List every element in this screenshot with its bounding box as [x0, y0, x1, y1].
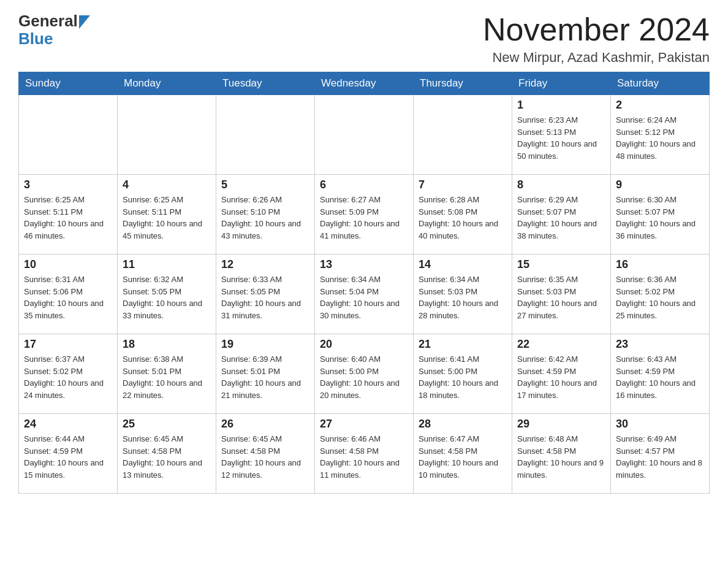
logo: General Blue [18, 12, 93, 47]
calendar-cell: 7Sunrise: 6:28 AM Sunset: 5:08 PM Daylig… [414, 175, 512, 255]
calendar-cell: 19Sunrise: 6:39 AM Sunset: 5:01 PM Dayli… [216, 334, 315, 414]
day-info: Sunrise: 6:34 AM Sunset: 5:03 PM Dayligh… [419, 274, 507, 321]
weekday-header-thursday: Thursday [414, 72, 512, 95]
day-info: Sunrise: 6:28 AM Sunset: 5:08 PM Dayligh… [419, 194, 507, 242]
day-number: 13 [320, 258, 408, 271]
calendar-cell: 2Sunrise: 6:24 AM Sunset: 5:12 PM Daylig… [611, 95, 710, 175]
day-number: 30 [616, 418, 704, 431]
day-number: 24 [24, 418, 112, 431]
weekday-header-tuesday: Tuesday [216, 72, 315, 95]
day-number: 22 [517, 338, 605, 351]
day-info: Sunrise: 6:45 AM Sunset: 4:58 PM Dayligh… [123, 433, 211, 481]
day-number: 29 [517, 418, 605, 431]
day-info: Sunrise: 6:24 AM Sunset: 5:12 PM Dayligh… [616, 114, 704, 162]
calendar-cell: 23Sunrise: 6:43 AM Sunset: 4:59 PM Dayli… [611, 334, 710, 414]
day-info: Sunrise: 6:45 AM Sunset: 4:58 PM Dayligh… [221, 433, 309, 481]
day-info: Sunrise: 6:44 AM Sunset: 4:59 PM Dayligh… [24, 433, 112, 481]
day-info: Sunrise: 6:35 AM Sunset: 5:03 PM Dayligh… [517, 274, 605, 321]
calendar-cell: 17Sunrise: 6:37 AM Sunset: 5:02 PM Dayli… [19, 334, 118, 414]
calendar-week-row: 1Sunrise: 6:23 AM Sunset: 5:13 PM Daylig… [19, 95, 710, 175]
calendar-cell: 29Sunrise: 6:48 AM Sunset: 4:58 PM Dayli… [512, 414, 611, 494]
title-section: November 2024 New Mirpur, Azad Kashmir, … [483, 12, 710, 66]
logo-general-text: General [18, 12, 78, 30]
day-number: 9 [616, 178, 704, 191]
calendar-cell: 1Sunrise: 6:23 AM Sunset: 5:13 PM Daylig… [512, 95, 611, 175]
day-info: Sunrise: 6:25 AM Sunset: 5:11 PM Dayligh… [123, 194, 211, 242]
day-number: 28 [419, 418, 507, 431]
location-title: New Mirpur, Azad Kashmir, Pakistan [483, 50, 710, 66]
weekday-header-wednesday: Wednesday [315, 72, 414, 95]
calendar-week-row: 24Sunrise: 6:44 AM Sunset: 4:59 PM Dayli… [19, 414, 710, 494]
day-number: 16 [616, 258, 704, 271]
day-info: Sunrise: 6:25 AM Sunset: 5:11 PM Dayligh… [24, 194, 112, 242]
weekday-header-row: SundayMondayTuesdayWednesdayThursdayFrid… [19, 72, 710, 95]
logo-triangle-icon [79, 13, 93, 29]
calendar-cell: 12Sunrise: 6:33 AM Sunset: 5:05 PM Dayli… [216, 255, 315, 334]
weekday-header-monday: Monday [118, 72, 216, 95]
day-info: Sunrise: 6:36 AM Sunset: 5:02 PM Dayligh… [616, 274, 704, 321]
calendar-cell: 28Sunrise: 6:47 AM Sunset: 4:58 PM Dayli… [414, 414, 512, 494]
day-info: Sunrise: 6:48 AM Sunset: 4:58 PM Dayligh… [517, 433, 605, 481]
calendar-cell: 11Sunrise: 6:32 AM Sunset: 5:05 PM Dayli… [118, 255, 216, 334]
day-info: Sunrise: 6:32 AM Sunset: 5:05 PM Dayligh… [123, 274, 211, 321]
day-number: 7 [419, 178, 507, 191]
calendar-cell: 16Sunrise: 6:36 AM Sunset: 5:02 PM Dayli… [611, 255, 710, 334]
day-number: 15 [517, 258, 605, 271]
day-info: Sunrise: 6:47 AM Sunset: 4:58 PM Dayligh… [419, 433, 507, 481]
day-number: 3 [24, 178, 112, 191]
calendar-week-row: 3Sunrise: 6:25 AM Sunset: 5:11 PM Daylig… [19, 175, 710, 255]
calendar-cell: 8Sunrise: 6:29 AM Sunset: 5:07 PM Daylig… [512, 175, 611, 255]
day-info: Sunrise: 6:27 AM Sunset: 5:09 PM Dayligh… [320, 194, 408, 242]
day-number: 12 [221, 258, 309, 271]
day-info: Sunrise: 6:34 AM Sunset: 5:04 PM Dayligh… [320, 274, 408, 321]
calendar-cell: 13Sunrise: 6:34 AM Sunset: 5:04 PM Dayli… [315, 255, 414, 334]
calendar-cell [216, 95, 315, 175]
day-info: Sunrise: 6:29 AM Sunset: 5:07 PM Dayligh… [517, 194, 605, 242]
calendar-cell: 30Sunrise: 6:49 AM Sunset: 4:57 PM Dayli… [611, 414, 710, 494]
day-number: 4 [123, 178, 211, 191]
logo-blue-text: Blue [18, 29, 53, 48]
calendar-cell: 21Sunrise: 6:41 AM Sunset: 5:00 PM Dayli… [414, 334, 512, 414]
day-number: 1 [517, 99, 605, 112]
weekday-header-friday: Friday [512, 72, 611, 95]
calendar-cell [118, 95, 216, 175]
calendar-cell: 18Sunrise: 6:38 AM Sunset: 5:01 PM Dayli… [118, 334, 216, 414]
day-number: 11 [123, 258, 211, 271]
calendar-cell: 3Sunrise: 6:25 AM Sunset: 5:11 PM Daylig… [19, 175, 118, 255]
day-number: 14 [419, 258, 507, 271]
day-number: 21 [419, 338, 507, 351]
calendar-cell: 15Sunrise: 6:35 AM Sunset: 5:03 PM Dayli… [512, 255, 611, 334]
day-info: Sunrise: 6:46 AM Sunset: 4:58 PM Dayligh… [320, 433, 408, 481]
calendar-cell [19, 95, 118, 175]
day-info: Sunrise: 6:40 AM Sunset: 5:00 PM Dayligh… [320, 353, 408, 401]
day-info: Sunrise: 6:38 AM Sunset: 5:01 PM Dayligh… [123, 353, 211, 401]
day-number: 17 [24, 338, 112, 351]
calendar-cell: 10Sunrise: 6:31 AM Sunset: 5:06 PM Dayli… [19, 255, 118, 334]
day-info: Sunrise: 6:37 AM Sunset: 5:02 PM Dayligh… [24, 353, 112, 401]
calendar-cell: 9Sunrise: 6:30 AM Sunset: 5:07 PM Daylig… [611, 175, 710, 255]
calendar-cell: 20Sunrise: 6:40 AM Sunset: 5:00 PM Dayli… [315, 334, 414, 414]
calendar-week-row: 17Sunrise: 6:37 AM Sunset: 5:02 PM Dayli… [19, 334, 710, 414]
weekday-header-sunday: Sunday [19, 72, 118, 95]
day-number: 20 [320, 338, 408, 351]
month-title: November 2024 [483, 12, 710, 47]
day-number: 26 [221, 418, 309, 431]
page-header: General Blue November 2024 New Mirpur, A… [18, 12, 710, 66]
calendar-cell [414, 95, 512, 175]
svg-marker-0 [79, 15, 90, 29]
calendar-cell: 6Sunrise: 6:27 AM Sunset: 5:09 PM Daylig… [315, 175, 414, 255]
day-number: 18 [123, 338, 211, 351]
day-number: 23 [616, 338, 704, 351]
calendar-cell: 25Sunrise: 6:45 AM Sunset: 4:58 PM Dayli… [118, 414, 216, 494]
calendar-cell: 14Sunrise: 6:34 AM Sunset: 5:03 PM Dayli… [414, 255, 512, 334]
calendar-cell: 27Sunrise: 6:46 AM Sunset: 4:58 PM Dayli… [315, 414, 414, 494]
day-number: 6 [320, 178, 408, 191]
day-info: Sunrise: 6:39 AM Sunset: 5:01 PM Dayligh… [221, 353, 309, 401]
calendar-table: SundayMondayTuesdayWednesdayThursdayFrid… [18, 72, 710, 494]
day-number: 27 [320, 418, 408, 431]
calendar-cell: 4Sunrise: 6:25 AM Sunset: 5:11 PM Daylig… [118, 175, 216, 255]
calendar-cell: 22Sunrise: 6:42 AM Sunset: 4:59 PM Dayli… [512, 334, 611, 414]
day-number: 8 [517, 178, 605, 191]
weekday-header-saturday: Saturday [611, 72, 710, 95]
day-number: 2 [616, 99, 704, 112]
